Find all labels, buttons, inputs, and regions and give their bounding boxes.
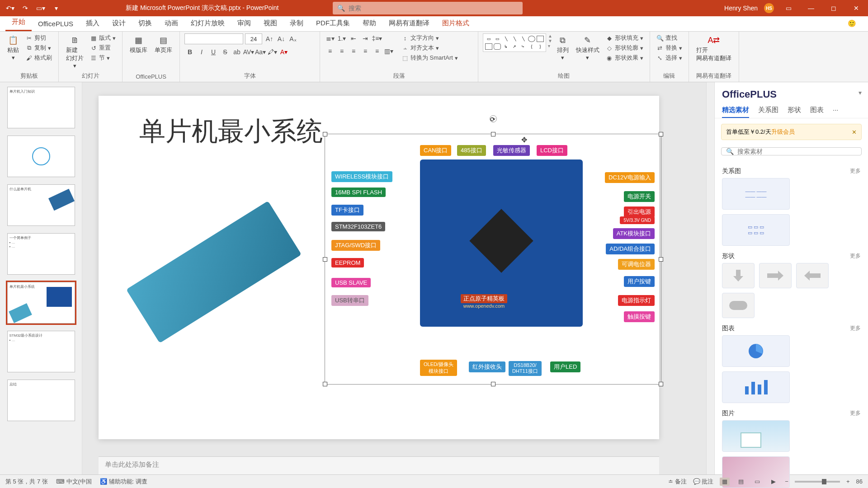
notes-pane[interactable]: 单击此处添加备注 [99, 456, 659, 474]
underline-button[interactable]: U [208, 47, 219, 57]
user-name[interactable]: Henry Shen [724, 5, 758, 12]
format-painter-button[interactable]: 🖌格式刷 [24, 53, 54, 62]
search-box[interactable]: 🔍 [333, 2, 523, 14]
tab-start[interactable]: 开始 [5, 14, 32, 31]
tab-design[interactable]: 设计 [106, 15, 132, 31]
undo-button[interactable]: ↶▾ [4, 2, 16, 14]
tab-review[interactable]: 审阅 [231, 15, 257, 31]
editor-vscrollbar[interactable] [706, 82, 714, 474]
accessibility-status[interactable]: ♿ 辅助功能: 调查 [100, 478, 147, 486]
slide-title-text[interactable]: 单片机最小系统 [139, 114, 323, 149]
strikethrough-alt-button[interactable]: ab [231, 47, 242, 57]
dec-indent-button[interactable]: ⇤ [348, 33, 359, 43]
rotate-handle[interactable]: ⟳ [490, 115, 497, 122]
promo-banner[interactable]: 首单低至￥0.2/天升级会员 ✕ [721, 124, 862, 140]
side-search-box[interactable]: 🔍 [721, 147, 862, 155]
shape-rounded-rect[interactable] [722, 293, 755, 318]
close-button[interactable]: ✕ [848, 2, 864, 14]
tab-pdftool[interactable]: PDF工具集 [310, 15, 356, 31]
align-left-button[interactable]: ≡ [325, 46, 335, 56]
tab-slideshow[interactable]: 幻灯片放映 [184, 15, 231, 31]
diagram-item-1[interactable]: —— ———— —— [722, 178, 790, 210]
bold-button[interactable]: B [184, 47, 195, 57]
collapse-ribbon-button[interactable]: 🙂 [841, 16, 863, 31]
side-tab-chart[interactable]: 图表 [810, 103, 824, 118]
shape-effects-button[interactable]: ◉形状效果▾ [604, 53, 645, 62]
tab-transition[interactable]: 切换 [132, 15, 158, 31]
shape-fill-button[interactable]: ◆形状填充▾ [604, 33, 645, 42]
ribbon-display-button[interactable]: ▭ [780, 2, 797, 14]
convert-smartart-button[interactable]: ⬚转换为 SmartArt▾ [400, 53, 460, 62]
gallery-scroll-up[interactable]: ▲ [548, 33, 552, 38]
diagram-item-2[interactable]: ▭ ▭ ▭▭ ▭ ▭ [722, 214, 790, 246]
present-from-start-button[interactable]: ▭▾ [34, 2, 47, 14]
image-item-1[interactable] [722, 420, 790, 452]
thumbnail-4[interactable]: 一个简单例子• …• … [7, 233, 75, 275]
slide-counter[interactable]: 第 5 张，共 7 张 [5, 478, 48, 486]
minimize-button[interactable]: — [803, 2, 819, 14]
thumbnail-3[interactable]: 什么是单片机 [7, 184, 75, 226]
user-avatar[interactable]: HS [764, 3, 774, 13]
case-button[interactable]: Aa▾ [255, 47, 266, 57]
open-youdao-button[interactable]: A⇄打开 网易有道翻译 [693, 33, 734, 63]
single-lib-button[interactable]: ▤单页库 [152, 33, 175, 55]
notes-toggle[interactable]: ≐ 备注 [668, 478, 687, 486]
copy-button[interactable]: ⧉复制▾ [24, 43, 54, 52]
shape-down-arrow[interactable] [722, 263, 755, 288]
font-size-combo[interactable] [245, 33, 262, 44]
strike-button[interactable]: S [220, 47, 231, 57]
normal-view-button[interactable]: ▦ [720, 478, 730, 486]
slideshow-view-button[interactable]: ▶ [769, 478, 778, 486]
gallery-scroll-down[interactable]: ▼ [548, 38, 552, 43]
fontcolor-button[interactable]: A▾ [278, 47, 289, 57]
paste-button[interactable]: 📋粘贴▾ [5, 33, 22, 62]
bullets-button[interactable]: ≣▾ [325, 33, 335, 43]
zoom-slider[interactable] [795, 481, 840, 483]
tab-insert[interactable]: 插入 [80, 15, 106, 31]
redo-button[interactable]: ↷ [19, 2, 32, 14]
maximize-button[interactable]: ◻ [826, 2, 842, 14]
tab-officeplus[interactable]: OfficePLUS [32, 16, 80, 31]
qat-customize-button[interactable]: ▾ [50, 2, 62, 14]
thumbnail-1[interactable]: 单片机入门知识 [7, 87, 75, 128]
thumbnail-5[interactable]: 单片机最小系统 [7, 282, 75, 324]
zoom-in-button[interactable]: + [846, 478, 850, 485]
chart-item-pie[interactable] [722, 335, 790, 367]
select-button[interactable]: ⤡选择▾ [655, 53, 684, 62]
decrease-font-button[interactable]: A↓ [276, 34, 287, 44]
tab-picture-format[interactable]: 图片格式 [436, 15, 476, 31]
arrange-button[interactable]: ⧉排列▾ [554, 33, 571, 62]
side-tab-shape[interactable]: 形状 [788, 103, 801, 118]
slide-thumbnail-panel[interactable]: 单片机入门知识 什么是单片机 一个简单例子• …• … 单片机最小系统 STM3… [0, 82, 82, 474]
italic-button[interactable]: I [196, 47, 207, 57]
selected-board-image[interactable]: ⟳ 正点原子精英板 www.openedv.com [325, 134, 661, 385]
lang-indicator[interactable]: ⌨ 中文(中国 [56, 478, 92, 486]
charspacing-button[interactable]: AV▾ [243, 47, 254, 57]
text-direction-button[interactable]: ↕文字方向▾ [400, 33, 460, 42]
layout-button[interactable]: ▦版式▾ [88, 33, 118, 42]
font-combo[interactable] [184, 33, 243, 44]
zoom-value[interactable]: 86 [856, 478, 863, 485]
sorter-view-button[interactable]: ▤ [736, 478, 746, 486]
highlight-button[interactable]: 🖍▾ [267, 47, 278, 57]
tab-record[interactable]: 录制 [283, 15, 310, 31]
thumbnail-2[interactable] [7, 136, 75, 177]
slide-editor[interactable]: 单片机最小系统 ⟳ 正点原 [82, 82, 714, 474]
tab-animation[interactable]: 动画 [158, 15, 184, 31]
align-text-button[interactable]: ⫠对齐文本▾ [400, 43, 460, 52]
new-slide-button[interactable]: 🗎新建 幻灯片▾ [63, 33, 86, 70]
cat-diagram-more[interactable]: 更多 [850, 167, 861, 175]
thumbnail-7[interactable]: 总结 [7, 380, 75, 421]
side-tab-featured[interactable]: 精选素材 [722, 103, 749, 118]
thumbnail-6[interactable]: STM32最小系统设计• … [7, 331, 75, 372]
align-center-button[interactable]: ≡ [336, 46, 347, 56]
section-button[interactable]: ☰节▾ [88, 53, 118, 62]
comments-toggle[interactable]: 💬 批注 [693, 478, 714, 486]
replace-button[interactable]: ⇄替换▾ [655, 43, 684, 52]
increase-font-button[interactable]: A↑ [264, 34, 275, 44]
shape-right-arrow[interactable] [759, 263, 792, 288]
columns-button[interactable]: ▥▾ [383, 46, 394, 56]
reading-view-button[interactable]: ▭ [752, 478, 762, 486]
slide-canvas[interactable]: 单片机最小系统 ⟳ 正点原 [99, 96, 659, 439]
side-tab-more[interactable]: ··· [833, 103, 839, 118]
